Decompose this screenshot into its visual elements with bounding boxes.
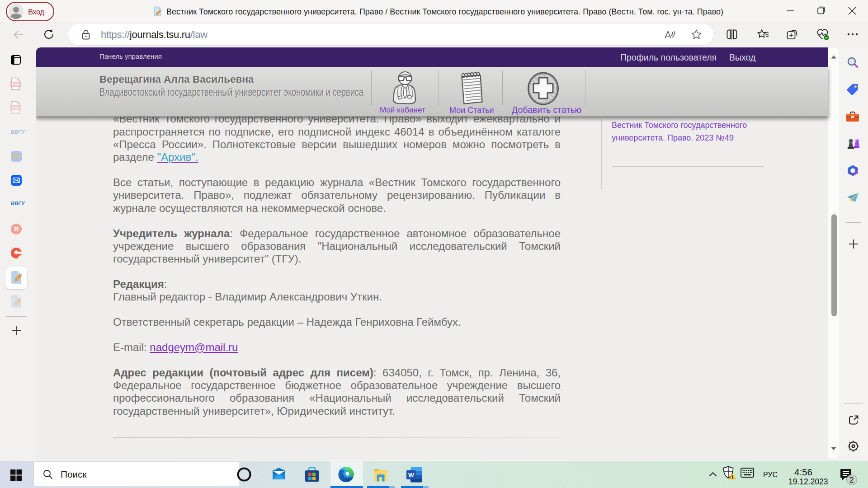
- svg-text:2: 2: [849, 476, 854, 484]
- svg-text:PDF: PDF: [12, 106, 20, 110]
- svg-text:PDF: PDF: [12, 82, 20, 87]
- svg-text:W: W: [408, 472, 414, 479]
